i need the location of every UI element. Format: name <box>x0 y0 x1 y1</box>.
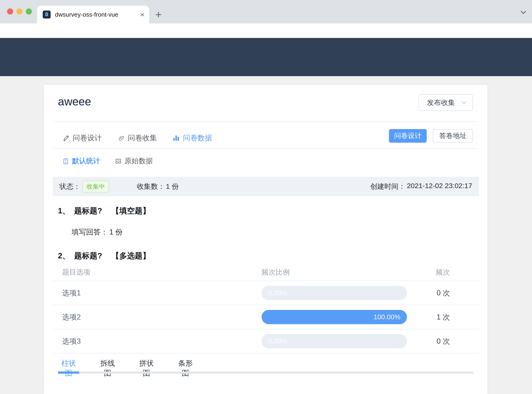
inbox-icon <box>115 158 122 165</box>
subtab-label: 原始数据 <box>125 156 153 166</box>
question-1-title: 1、 题标题? 【填空题】 <box>58 206 150 216</box>
question-type: 【填空题】 <box>112 206 150 216</box>
frequency-value: 0 次 <box>436 281 450 305</box>
frequency-value: 1 次 <box>436 305 450 329</box>
column-header-ratio: 频次比例 <box>261 268 290 277</box>
tab-survey-data[interactable]: 问卷数据 <box>172 133 212 143</box>
chart-type-tabs: 柱状图 拆线图 拼状图 条形图 <box>58 358 196 378</box>
new-tab-button[interactable]: + <box>155 9 162 20</box>
column-header-option: 题目选项 <box>62 268 90 277</box>
option-label: 选项2 <box>62 305 81 329</box>
table-row: 选项3 0.00% 0 次 <box>53 329 479 353</box>
percent-label: 0.00% <box>268 286 287 300</box>
edit-pencil-icon <box>62 134 70 142</box>
status-label: 状态： <box>59 182 80 191</box>
progress-bar: 100.00% <box>261 310 407 324</box>
tab-search-chevron-icon[interactable] <box>520 9 527 16</box>
minimize-window-button[interactable] <box>16 8 22 15</box>
answer-value: 1 份 <box>109 227 123 237</box>
url-toolbar: localhost:8083/#/dw/survey/d/chart/c98fa… <box>0 23 532 38</box>
zoom-window-button[interactable] <box>26 8 32 15</box>
tab-close-icon[interactable]: × <box>140 11 144 18</box>
percent-label: 0.00% <box>268 334 287 348</box>
tab-label: 问卷设计 <box>73 133 102 143</box>
question-1-answer: 填写回答： 1 份 <box>72 227 123 237</box>
link-icon <box>117 134 125 142</box>
collect-count-value: 1 份 <box>166 182 179 191</box>
created-time-label: 创建时间： <box>370 182 405 191</box>
divider <box>53 148 478 149</box>
tab-title: dwsurvey-oss-front-vue <box>55 11 140 18</box>
chart-tab-bar[interactable]: 条形图 <box>175 358 196 378</box>
chart-tab-column[interactable]: 柱状图 <box>58 358 79 378</box>
favicon-icon: D <box>43 10 51 19</box>
column-header-frequency: 频次 <box>436 268 450 277</box>
status-badge: 收集中 <box>82 181 109 192</box>
progress-bar: 0.00% <box>261 334 407 348</box>
stats-subtabs: 默认统计 原始数据 <box>62 156 153 166</box>
chart-tabs-track <box>58 372 473 374</box>
bar-chart-icon <box>172 134 180 142</box>
chevron-down-icon <box>461 99 467 106</box>
table-row: 选项2 100.00% 1 次 <box>53 305 479 329</box>
subtab-default-stats[interactable]: 默认统计 <box>62 156 100 166</box>
progress-bar: 0.00% <box>261 286 407 300</box>
question-text: 题标题? <box>74 251 102 261</box>
design-survey-button[interactable]: 问卷设计 <box>389 129 427 143</box>
app-header: DIAOWEN 调问 OSS 我的问卷 个人中心 用户管理 service@di… <box>0 38 532 76</box>
subtab-label: 默认统计 <box>72 156 100 166</box>
percent-label: 100.00% <box>374 310 401 324</box>
question-index: 2、 <box>58 251 70 261</box>
answer-url-button[interactable]: 答卷地址 <box>433 129 473 143</box>
survey-tabs: 问卷设计 问卷收集 问卷数据 <box>62 128 212 148</box>
option-label: 选项3 <box>62 329 81 353</box>
chart-tab-line[interactable]: 拆线图 <box>97 358 118 378</box>
browser-window: D dwsurvey-oss-front-vue × + localhost:8… <box>0 0 532 394</box>
tab-survey-design[interactable]: 问卷设计 <box>62 133 102 143</box>
option-label: 选项1 <box>62 281 81 305</box>
tag-icon <box>62 158 69 165</box>
chart-tabs-active-underline <box>58 372 79 374</box>
table-header-row: 题目选项 频次比例 频次 <box>53 264 479 281</box>
tab-label: 问卷收集 <box>128 133 157 143</box>
collect-count-label: 收集数： <box>137 182 165 191</box>
chart-tab-pie[interactable]: 拼状图 <box>136 358 157 378</box>
frequency-value: 0 次 <box>436 329 450 353</box>
question-text: 题标题? <box>74 206 102 216</box>
question-type: 【多选题】 <box>112 251 150 261</box>
close-window-button[interactable] <box>7 8 13 15</box>
table-row: 选项1 0.00% 0 次 <box>53 281 479 305</box>
browser-tab[interactable]: D dwsurvey-oss-front-vue × <box>37 6 149 23</box>
frequency-table: 题目选项 频次比例 频次 选项1 0.00% 0 次 选项2 100.00% 1… <box>53 264 479 353</box>
question-2-title: 2、 题标题? 【多选题】 <box>58 251 150 261</box>
tab-survey-collect[interactable]: 问卷收集 <box>117 133 157 143</box>
subtab-raw-data[interactable]: 原始数据 <box>115 156 153 166</box>
publish-collect-dropdown[interactable]: 发布收集 <box>419 94 473 111</box>
status-bar: 状态： 收集中 收集数： 1 份 创建时间： 2021-12-02 23:02:… <box>53 177 479 196</box>
divider <box>53 121 478 122</box>
created-time-value: 2021-12-02 23:02:17 <box>407 182 472 191</box>
question-index: 1、 <box>58 206 70 216</box>
tab-strip: D dwsurvey-oss-front-vue × + <box>0 0 532 23</box>
tab-label: 问卷数据 <box>183 133 212 143</box>
survey-card: aweee 发布收集 问卷设计 问卷收集 问卷数据 问卷设计 答卷地址 <box>44 85 487 394</box>
answer-label: 填写回答： <box>72 227 108 237</box>
publish-collect-label: 发布收集 <box>427 98 455 108</box>
survey-title: aweee <box>58 95 91 108</box>
